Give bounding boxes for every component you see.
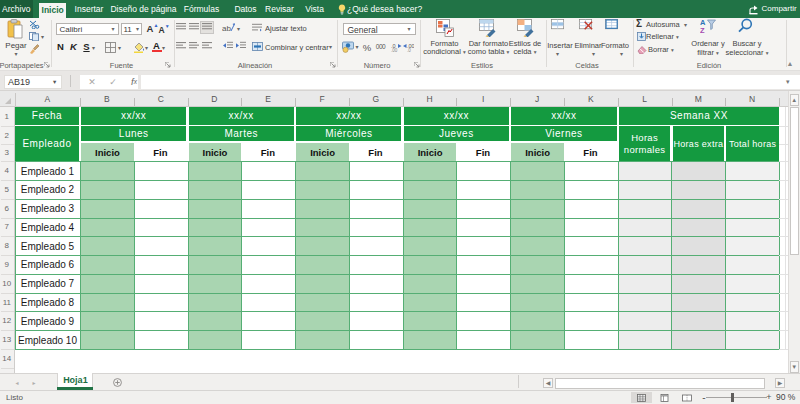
svg-text:.0: .0 <box>407 48 411 52</box>
svg-text:ab: ab <box>222 24 231 33</box>
svg-text:.00: .00 <box>391 48 398 52</box>
svg-text:Z: Z <box>700 26 705 34</box>
